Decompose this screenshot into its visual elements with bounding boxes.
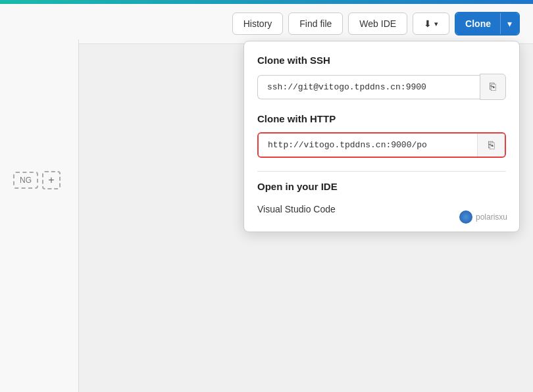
web-ide-button[interactable]: Web IDE	[348, 12, 407, 35]
watermark: polarisxu	[459, 210, 507, 224]
clone-button-group[interactable]: Clone ▾	[455, 12, 520, 36]
toolbar: History Find file Web IDE ⬇ ▾ Clone ▾	[0, 4, 533, 44]
http-section-title: Clone with HTTP	[257, 113, 506, 124]
clone-main-button[interactable]: Clone	[456, 13, 500, 34]
clone-chevron-icon: ▾	[507, 18, 512, 29]
left-panel: NG +	[0, 39, 79, 392]
find-file-button[interactable]: Find file	[288, 12, 343, 35]
divider	[257, 171, 506, 172]
copy-icon: ⎘	[490, 81, 496, 93]
watermark-text: polarisxu	[476, 212, 507, 222]
ssh-field-row: ⎘	[257, 74, 506, 100]
http-copy-button[interactable]: ⎘	[477, 134, 505, 157]
clone-chevron-button[interactable]: ▾	[500, 13, 519, 34]
ssh-url-input[interactable]	[257, 75, 480, 99]
clone-dropdown: Clone with SSH ⎘ Clone with HTTP ⎘ Open …	[243, 41, 520, 232]
ide-section-title: Open in your IDE	[257, 181, 506, 192]
download-icon: ⬇	[424, 18, 432, 29]
ng-text: NG	[13, 172, 38, 189]
ng-badge-area: NG +	[13, 171, 61, 189]
history-button[interactable]: History	[232, 12, 284, 35]
http-copy-icon: ⎘	[488, 139, 495, 151]
add-icon-button[interactable]: +	[42, 171, 61, 189]
ssh-copy-button[interactable]: ⎘	[480, 74, 506, 100]
ssh-section-title: Clone with SSH	[257, 55, 506, 66]
download-button[interactable]: ⬇ ▾	[413, 12, 449, 35]
plus-icon: +	[48, 174, 54, 186]
watermark-icon	[459, 210, 472, 224]
http-url-input[interactable]	[259, 134, 477, 157]
download-chevron-icon: ▾	[434, 20, 438, 28]
http-field-row: ⎘	[257, 132, 506, 158]
